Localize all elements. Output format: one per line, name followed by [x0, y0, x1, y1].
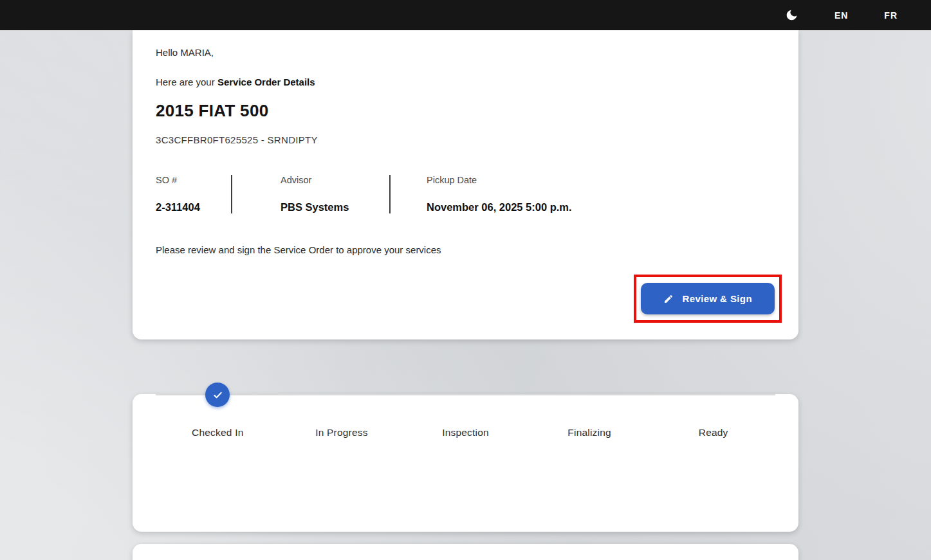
order-info-pickup-date: Pickup Date November 06, 2025 5:00 p.m. — [389, 175, 775, 213]
check-icon — [212, 389, 224, 401]
service-order-card: Hello MARIA, Here are your Service Order… — [133, 30, 798, 339]
step-label-checked-in: Checked In — [156, 427, 280, 438]
step-label-inspection: Inspection — [403, 427, 528, 438]
step-complete-marker — [205, 383, 230, 407]
button-row: Review & Sign — [156, 275, 775, 323]
step-label-in-progress: In Progress — [280, 427, 404, 438]
main-content: Hello MARIA, Here are your Service Order… — [133, 30, 798, 560]
approved-services-header[interactable]: Approved Services — [133, 544, 798, 560]
pencil-icon — [663, 294, 674, 304]
language-button-fr[interactable]: FR — [884, 10, 898, 21]
advisor-value: PBS Systems — [281, 201, 389, 213]
review-sign-button[interactable]: Review & Sign — [641, 283, 775, 314]
order-info-advisor: Advisor PBS Systems — [231, 175, 389, 213]
progress-track-line — [156, 394, 775, 395]
step-labels-row: Checked In In Progress Inspection Finali… — [156, 427, 775, 438]
vin-line: 3C3CFFBR0FT625525 - SRNDIPTY — [156, 134, 775, 145]
greeting-text: Hello MARIA, — [156, 47, 775, 58]
dark-mode-toggle[interactable] — [785, 8, 798, 22]
pickup-date-value: November 06, 2025 5:00 p.m. — [427, 201, 775, 213]
step-label-ready: Ready — [651, 427, 775, 438]
order-info-row: SO # 2-311404 Advisor PBS Systems Pickup… — [156, 175, 775, 213]
review-sign-button-label: Review & Sign — [682, 293, 752, 304]
so-number-label: SO # — [156, 175, 231, 185]
step-label-finalizing: Finalizing — [528, 427, 652, 438]
review-note: Please review and sign the Service Order… — [156, 244, 775, 255]
order-info-so-number: SO # 2-311404 — [156, 175, 231, 213]
so-number-value: 2-311404 — [156, 201, 231, 213]
advisor-label: Advisor — [281, 175, 389, 185]
approved-services-card: Approved Services — [133, 544, 798, 560]
intro-text: Here are your Service Order Details — [156, 77, 775, 87]
language-button-en[interactable]: EN — [834, 10, 848, 21]
intro-highlight: Service Order Details — [217, 77, 315, 87]
status-tracker-card: Checked In In Progress Inspection Finali… — [133, 394, 798, 532]
progress-track — [156, 394, 775, 395]
topbar: EN FR — [0, 0, 931, 30]
vehicle-title: 2015 FIAT 500 — [156, 101, 775, 121]
annotation-highlight-box: Review & Sign — [634, 275, 782, 323]
pickup-date-label: Pickup Date — [427, 175, 775, 185]
moon-icon — [785, 8, 798, 22]
intro-prefix: Here are your — [156, 77, 217, 87]
